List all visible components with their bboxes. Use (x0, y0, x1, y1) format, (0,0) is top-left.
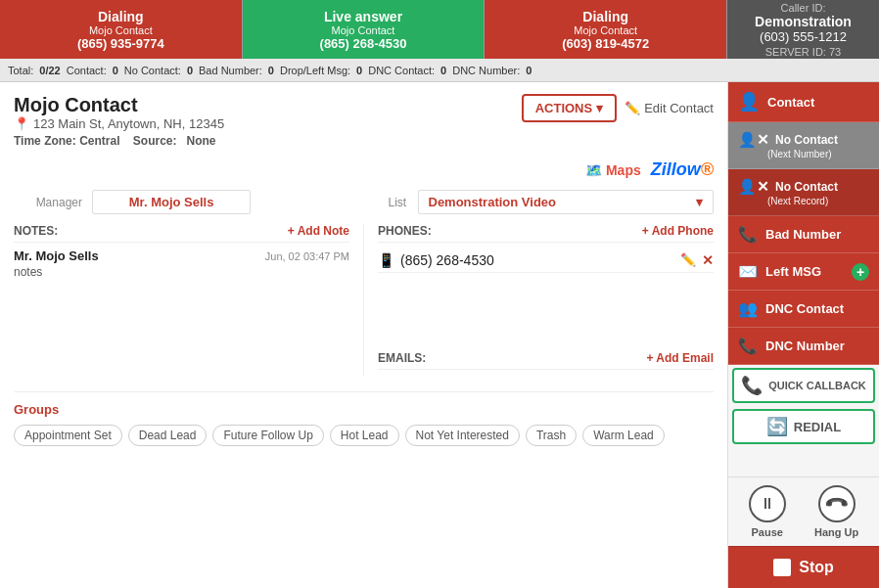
phone-number: (865) 268-4530 (400, 252, 674, 268)
dialing-phone-2: (603) 819-4572 (562, 36, 649, 51)
pin-icon: 📍 (14, 116, 29, 131)
bad-number-val: 0 (268, 65, 274, 76)
live-answer-box: Live answer Mojo Contact (865) 268-4530 (243, 0, 486, 59)
bad-number-button[interactable]: 📞 Bad Number (728, 216, 879, 253)
group-tag-dead[interactable]: Dead Lead (128, 425, 208, 446)
dnc-number-label: DNC Number: (452, 65, 520, 76)
groups-section: Groups Appointment Set Dead Lead Future … (14, 391, 714, 446)
bad-number-label: Bad Number: (199, 65, 262, 76)
no-contact-record-button[interactable]: 👤✕ No Contact (Next Record) (728, 169, 879, 216)
caller-id-box: Caller ID: Demonstration (603) 555-1212 … (727, 0, 879, 59)
dnc-contact-icon: 👥 (738, 299, 758, 318)
dialing-label-1: Dialing (98, 9, 144, 24)
dnc-contact-val: 0 (440, 65, 446, 76)
caller-id-title: Caller ID: (781, 2, 826, 14)
group-tag-trash[interactable]: Trash (526, 425, 577, 446)
list-dropdown[interactable]: Demonstration Video ▾ (418, 190, 715, 214)
hangup-icon: 📞 (810, 477, 863, 530)
pause-icon: ⏸ (749, 485, 786, 522)
actions-button[interactable]: ACTIONS ▾ (522, 94, 618, 122)
list-chevron-icon: ▾ (696, 195, 703, 209)
phone-delete-button[interactable]: ✕ (702, 252, 714, 268)
phone-edit-button[interactable]: ✏️ (680, 252, 696, 268)
no-contact-record-icon: 👤✕ (738, 178, 769, 196)
maps-icon: 🗺️ (585, 162, 602, 178)
list-label: List (389, 196, 418, 209)
contact-address: 📍 123 Main St, Anytown, NH, 12345 (14, 116, 224, 131)
add-note-button[interactable]: + Add Note (288, 224, 349, 238)
dnc-contact-button[interactable]: 👥 DNC Contact (728, 291, 879, 328)
redial-icon: 🔄 (766, 416, 788, 437)
hangup-label: Hang Up (814, 526, 858, 538)
contact-val: 0 (113, 65, 118, 76)
contact-button[interactable]: 👤 Contact (728, 82, 879, 122)
zillow-button[interactable]: Zillow® (651, 159, 714, 180)
no-contact-x-icon: 👤✕ (738, 131, 769, 149)
total-val: 0/22 (39, 65, 60, 76)
stop-button[interactable]: Stop (728, 546, 879, 588)
drop-val: 0 (356, 65, 362, 76)
no-contact-val: 0 (187, 65, 193, 76)
pause-label: Pause (751, 526, 782, 538)
dialing-label-2: Dialing (582, 9, 628, 24)
manager-label: Manager (14, 196, 92, 209)
dialing-phone-1: (865) 935-9774 (77, 36, 164, 51)
dnc-number-val: 0 (526, 65, 532, 76)
dialing-box-1: Dialing Mojo Contact (865) 935-9774 (0, 0, 243, 59)
chevron-down-icon: ▾ (596, 101, 603, 115)
note-item: Mr. Mojo Sells Jun, 02 03:47 PM notes (14, 249, 349, 279)
bottom-controls: ⏸ Pause 📞 Hang Up Stop (728, 476, 879, 588)
live-answer-label: Live answer (324, 9, 402, 24)
note-author: Mr. Mojo Sells (14, 249, 99, 263)
dnc-number-icon: 📞 (738, 337, 758, 355)
quick-callback-icon: 📞 (741, 375, 763, 396)
group-tag-hot[interactable]: Hot Lead (330, 425, 399, 446)
caller-id-server: SERVER ID: 73 (765, 46, 841, 58)
phones-title: PHONES: (378, 224, 432, 238)
live-answer-phone: (865) 268-4530 (320, 36, 407, 51)
manager-list-row: Manager Mr. Mojo Sells List Demonstratio… (14, 190, 714, 214)
phone-item: 📱 (865) 268-4530 ✏️ ✕ (378, 249, 714, 273)
groups-title: Groups (14, 402, 714, 417)
contact-label: Contact: (67, 65, 107, 76)
stats-bar: Total: 0/22 Contact: 0 No Contact: 0 Bad… (0, 59, 879, 82)
left-msg-icon: ✉️ (738, 262, 758, 281)
edit-contact-button[interactable]: ✏️ Edit Contact (625, 101, 714, 115)
contact-icon: 👤 (738, 91, 760, 113)
dialing-sub-2: Mojo Contact (574, 24, 637, 36)
add-phone-button[interactable]: + Add Phone (642, 224, 714, 238)
note-date: Jun, 02 03:47 PM (265, 250, 349, 262)
manager-value: Mr. Mojo Sells (92, 190, 251, 214)
group-tag-appointment[interactable]: Appointment Set (14, 425, 122, 446)
left-msg-button[interactable]: ✉️ Left MSG + (728, 253, 879, 291)
content-area: Mojo Contact 📍 123 Main St, Anytown, NH,… (0, 82, 727, 588)
dnc-number-button[interactable]: 📞 DNC Number (728, 328, 879, 365)
drop-label: Drop/Left Msg: (280, 65, 350, 76)
quick-callback-button[interactable]: 📞 QUICK CALLBACK (732, 368, 875, 403)
edit-icon: ✏️ (625, 101, 640, 115)
contact-name: Mojo Contact (14, 94, 224, 116)
bad-number-icon: 📞 (738, 225, 758, 244)
group-tag-warm[interactable]: Warm Lead (582, 425, 665, 446)
dialing-box-2: Dialing Mojo Contact (603) 819-4572 (485, 0, 727, 59)
plus-icon: + (852, 263, 869, 281)
notes-section: NOTES: + Add Note Mr. Mojo Sells Jun, 02… (14, 224, 364, 376)
emails-title: EMAILS: (378, 351, 426, 365)
hangup-button[interactable]: 📞 Hang Up (814, 485, 858, 538)
pause-button[interactable]: ⏸ Pause (749, 485, 786, 538)
maps-button[interactable]: 🗺️ Maps (585, 162, 641, 178)
right-col: PHONES: + Add Phone 📱 (865) 268-4530 ✏️ … (378, 224, 714, 376)
caller-id-name: Demonstration (755, 14, 852, 29)
redial-button[interactable]: 🔄 REDIAL (732, 409, 875, 444)
add-email-button[interactable]: + Add Email (646, 351, 714, 365)
notes-title: NOTES: (14, 224, 58, 238)
note-text: notes (14, 265, 349, 279)
right-sidebar: 👤 Contact 👤✕ No Contact (Next Number) 👤✕… (727, 82, 879, 588)
group-tag-not-interested[interactable]: Not Yet Interested (405, 425, 520, 446)
no-contact-next-button[interactable]: 👤✕ No Contact (Next Number) (728, 122, 879, 169)
dnc-contact-label: DNC Contact: (368, 65, 435, 76)
total-label: Total: (8, 65, 33, 76)
phone-type-icon: 📱 (378, 252, 394, 268)
no-contact-label: No Contact: (124, 65, 181, 76)
group-tag-future[interactable]: Future Follow Up (212, 425, 323, 446)
